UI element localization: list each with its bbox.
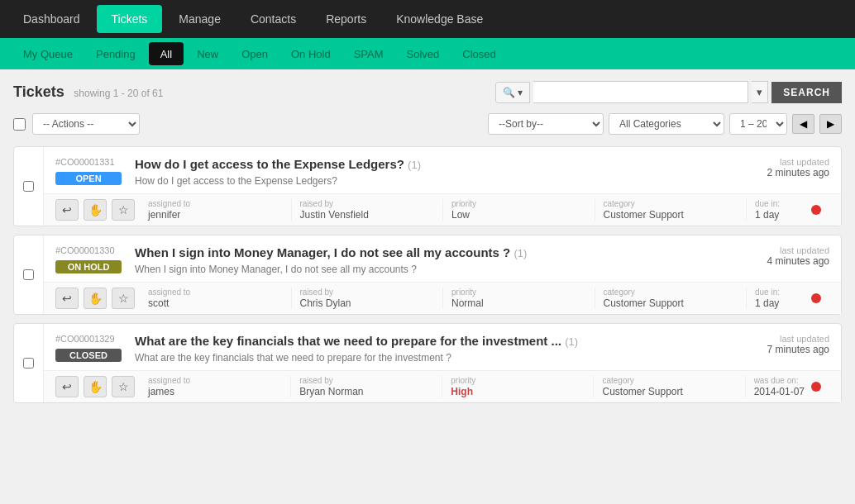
due-date: was due on: 2014-01-07 [746,376,829,397]
ticket-id: #CO00001330 [55,245,122,255]
nav-contacts[interactable]: Contacts [236,0,311,38]
ticket-meta: assigned to scott raised by Chris Dylan … [148,288,829,309]
subnav-closed[interactable]: Closed [451,38,507,69]
tickets-count: showing 1 - 20 of 61 [74,88,163,99]
assigned-to: assigned to scott [148,288,292,309]
raised-by: raised by Bryan Norman [291,376,442,397]
assign-icon-button[interactable]: ✋ [84,288,107,309]
category: category Customer Support [594,376,745,397]
priority: priority Normal [443,288,595,309]
tickets-title-area: Tickets showing 1 - 20 of 61 [13,83,163,101]
ticket-description: What are the key financials that we need… [135,352,754,364]
select-all-checkbox[interactable] [13,118,26,131]
search-dropdown-arrow: ▾ [518,87,523,98]
reply-icon-button[interactable]: ↩ [55,376,79,397]
next-page-button[interactable]: ▶ [819,114,842,134]
subnav-new[interactable]: New [185,38,230,69]
raised-by: raised by Justin Vensfield [292,199,444,221]
due-date: due in: 1 day [747,288,829,309]
subnav-spam[interactable]: SPAM [342,38,395,69]
nav-tickets[interactable]: Tickets [97,5,163,33]
search-input[interactable] [533,81,748,103]
star-icon-button[interactable]: ☆ [112,376,135,397]
filter-left: -- Actions -- [13,113,140,135]
actions-dropdown[interactable]: -- Actions -- [32,113,140,135]
ticket-top: #CO00001331 OPEN How do I get access to … [44,147,841,193]
ticket-bottom: ↩ ✋ ☆ assigned to james raised by Bryan … [44,370,841,402]
subnav-open[interactable]: Open [230,38,279,69]
ticket-meta: assigned to james raised by Bryan Norman… [148,376,829,397]
assign-icon-button[interactable]: ✋ [84,376,107,397]
subnav-all[interactable]: All [149,42,184,65]
ticket-checkbox-col [14,147,44,226]
subnav-solved[interactable]: Solved [395,38,451,69]
content-area: Tickets showing 1 - 20 of 61 🔍 ▾ ▾ SEARC… [0,69,855,423]
ticket-id: #CO00001331 [55,157,122,167]
raised-by: raised by Chris Dylan [292,288,444,309]
ticket-top: #CO00001329 CLOSED What are the key fina… [44,324,841,370]
overdue-indicator [811,205,821,215]
ticket-updated: last updated 2 minutes ago [767,157,829,178]
search-icon-button[interactable]: 🔍 ▾ [495,82,530,103]
overdue-indicator [811,382,821,392]
star-icon-button[interactable]: ☆ [112,199,135,221]
category: category Customer Support [595,199,748,221]
star-icon-button[interactable]: ☆ [112,288,135,309]
prev-page-button[interactable]: ◀ [792,114,814,134]
ticket-card: #CO00001329 CLOSED What are the key fina… [13,323,842,403]
ticket-checkbox[interactable] [23,358,34,368]
ticket-title[interactable]: When I sign into Money Manager, I do not… [135,245,754,259]
ticket-action-icons: ↩ ✋ ☆ [55,199,135,221]
ticket-action-icons: ↩ ✋ ☆ [55,376,135,397]
ticket-title[interactable]: How do I get access to the Expense Ledge… [135,157,754,171]
ticket-main: #CO00001330 ON HOLD When I sign into Mon… [44,235,841,314]
ticket-meta: assigned to jennifer raised by Justin Ve… [148,199,829,221]
ticket-checkbox[interactable] [23,181,34,192]
assigned-to: assigned to james [148,376,291,397]
search-icon: 🔍 [503,87,515,98]
ticket-checkbox-col [14,235,44,314]
assigned-to: assigned to jennifer [148,199,292,221]
ticket-updated: last updated 7 minutes ago [767,334,829,355]
tickets-header: Tickets showing 1 - 20 of 61 🔍 ▾ ▾ SEARC… [13,81,842,103]
subnav-pending[interactable]: Pending [84,38,147,69]
ticket-title-col: When I sign into Money Manager, I do not… [122,245,767,275]
ticket-card: #CO00001330 ON HOLD When I sign into Mon… [13,235,842,315]
search-filter-dropdown[interactable]: ▾ [752,81,768,103]
sort-dropdown[interactable]: --Sort by-- [488,113,604,135]
ticket-updated: last updated 4 minutes ago [767,245,829,267]
reply-icon-button[interactable]: ↩ [55,199,79,221]
reply-icon-button[interactable]: ↩ [55,288,79,309]
page-select[interactable]: 1 – 20 [729,113,787,135]
ticket-bottom: ↩ ✋ ☆ assigned to scott raised by Chris … [44,282,841,314]
ticket-bottom: ↩ ✋ ☆ assigned to jennifer raised by Jus… [44,193,841,226]
search-button[interactable]: SEARCH [771,82,842,103]
nav-reports[interactable]: Reports [311,0,381,38]
nav-knowledge-base[interactable]: Knowledge Base [381,0,498,38]
ticket-title[interactable]: What are the key financials that we need… [135,334,754,348]
subnav-my-queue[interactable]: My Queue [12,38,84,69]
ticket-checkbox-col [14,324,44,402]
ticket-checkbox[interactable] [23,269,34,280]
category-dropdown[interactable]: All Categories [609,113,724,135]
ticket-left: #CO00001330 ON HOLD [55,245,122,273]
ticket-status[interactable]: OPEN [55,172,122,185]
ticket-left: #CO00001329 CLOSED [55,334,122,362]
ticket-description: When I sign into Money Manager, I do not… [135,264,754,275]
subnav-on-hold[interactable]: On Hold [279,38,342,69]
due-date: due in: 1 day [747,199,829,221]
nav-manage[interactable]: Manage [164,0,236,38]
nav-dashboard[interactable]: Dashboard [8,0,95,38]
ticket-main: #CO00001331 OPEN How do I get access to … [44,147,841,226]
ticket-id: #CO00001329 [55,334,122,344]
ticket-status[interactable]: ON HOLD [55,260,122,273]
page-title: Tickets [13,83,64,100]
assign-icon-button[interactable]: ✋ [84,199,107,221]
search-bar: 🔍 ▾ ▾ SEARCH [495,81,842,103]
priority: priority High [442,376,594,397]
top-nav: Dashboard Tickets Manage Contacts Report… [0,0,855,38]
ticket-title-col: What are the key financials that we need… [122,334,767,364]
ticket-status[interactable]: CLOSED [55,349,122,362]
ticket-title-col: How do I get access to the Expense Ledge… [122,157,767,187]
priority: priority Low [443,199,595,221]
